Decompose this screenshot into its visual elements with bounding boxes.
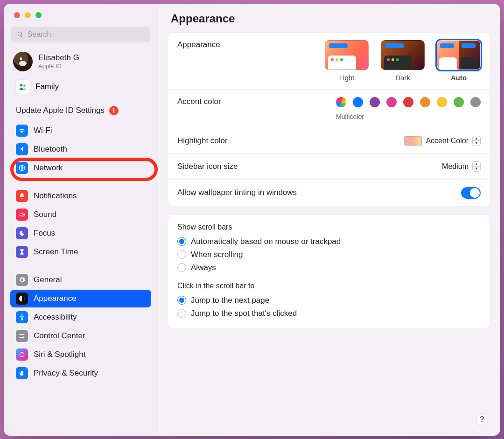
radio-label: When scrolling [191,250,243,259]
sidebar-item-privacy[interactable]: Privacy & Security [10,364,151,382]
family-label: Family [35,82,59,91]
highlight-label: Highlight color [177,136,228,146]
highlight-select[interactable]: Accent Color ▲▼ [404,136,481,146]
svg-rect-5 [20,334,25,335]
zoom-icon[interactable] [35,12,42,18]
update-apple-id-row[interactable]: Update Apple ID Settings 1 [4,99,158,120]
appearance-icon [16,293,28,305]
sidebar-item-controlcenter[interactable]: Control Center [10,327,151,345]
sliders-icon [16,330,28,342]
svg-point-1 [23,84,25,86]
search-icon [17,31,24,38]
radio-icon [177,309,186,318]
minimize-icon[interactable] [25,12,31,18]
radio-label: Automatically based on mouse or trackpad [191,237,341,246]
sidebar-item-focus[interactable]: Focus [10,224,151,242]
avatar [13,52,33,71]
sidebar-icon-size-select[interactable]: Medium ▲▼ [442,161,481,172]
accent-green[interactable] [454,97,464,107]
accent-yellow[interactable] [437,97,447,107]
moon-icon [16,227,28,239]
highlight-value: Accent Color [426,137,469,145]
scrollbars-label: Show scroll bars [177,223,481,231]
sidebar-item-label: Sound [34,210,56,219]
accent-blue[interactable] [353,97,363,107]
svg-point-7 [20,334,21,335]
appearance-thumb-dark [381,40,425,70]
scrollclick-option-nextpage[interactable]: Jump to the next page [177,294,481,307]
scrollclick-option-spot[interactable]: Jump to the spot that's clicked [177,307,481,320]
radio-icon [177,250,186,259]
sidebar-item-general[interactable]: General [10,271,151,289]
appearance-thumb-light [325,40,369,70]
appearance-label: Appearance [177,40,220,49]
hourglass-icon [16,246,28,258]
sidebar-group-1: Wi-Fi Bluetooth Network [4,120,158,179]
gear-icon [16,274,28,286]
sidebar-icon-size-value: Medium [442,162,469,171]
sidebar-item-network[interactable]: Network [10,159,151,177]
appearance-option-auto[interactable]: Auto [437,40,481,82]
sidebar-item-label: Siri & Spotlight [34,350,86,359]
sidebar-item-label: Focus [34,229,55,238]
sidebar-item-label: General [34,275,62,285]
appearance-options: Light Dark Auto [325,40,481,82]
family-row[interactable]: Family [4,77,158,99]
update-badge: 1 [109,106,119,115]
appearance-auto-label: Auto [451,74,467,82]
scrollbars-option-auto[interactable]: Automatically based on mouse or trackpad [177,235,481,248]
close-icon[interactable] [14,12,20,18]
wifi-icon [16,125,28,137]
appearance-option-light[interactable]: Light [325,40,369,82]
accent-red[interactable] [403,97,413,107]
family-icon [16,80,30,94]
speaker-icon [16,209,28,221]
sidebar-item-notifications[interactable]: Notifications [10,187,151,205]
highlight-swatch [404,136,422,146]
sidebar-item-label: Accessibility [34,313,77,322]
sidebar-item-label: Bluetooth [34,145,67,154]
accent-multicolor[interactable] [336,97,346,107]
accent-orange[interactable] [420,97,430,107]
sidebar: Elisabeth G Apple ID Family Update Apple… [4,4,158,436]
sidebar-item-siri[interactable]: Siri & Spotlight [10,346,151,363]
sidebar-item-appearance[interactable]: Appearance [10,290,151,307]
radio-label: Jump to the spot that's clicked [191,309,297,318]
apple-id-row[interactable]: Elisabeth G Apple ID [4,49,158,77]
radio-label: Jump to the next page [191,296,269,305]
sidebar-item-bluetooth[interactable]: Bluetooth [10,140,151,158]
radio-icon [177,296,186,305]
update-apple-id-label: Update Apple ID Settings [16,106,105,115]
stepper-icon: ▲▼ [472,161,481,172]
svg-point-9 [20,352,24,356]
main-pane: Appearance Appearance Light [158,4,500,436]
appearance-light-label: Light [339,74,355,82]
stepper-icon: ▲▼ [472,136,481,146]
accent-color-row [336,97,481,107]
page-title: Appearance [168,8,490,33]
scrollbars-option-scrolling[interactable]: When scrolling [177,248,481,261]
accent-purple[interactable] [370,97,380,107]
appearance-thumb-auto [437,40,481,70]
appearance-card: Appearance Light Dark [168,33,490,206]
hand-icon [16,367,28,379]
scrollbars-option-always[interactable]: Always [177,261,481,274]
accent-graphite[interactable] [470,97,481,107]
sidebar-item-screentime[interactable]: Screen Time [10,243,151,261]
help-button[interactable]: ? [476,413,488,425]
search-field[interactable] [11,27,150,42]
search-input[interactable] [28,30,145,39]
scroll-card: Show scroll bars Automatically based on … [168,215,490,328]
appearance-option-dark[interactable]: Dark [381,40,425,82]
sidebar-item-sound[interactable]: Sound [10,206,151,223]
sidebar-item-label: Screen Time [34,247,78,257]
tinting-toggle[interactable] [461,187,481,199]
settings-window: Elisabeth G Apple ID Family Update Apple… [4,4,500,436]
accessibility-icon [16,311,28,323]
accent-sublabel: Multicolor [336,113,364,120]
sidebar-item-accessibility[interactable]: Accessibility [10,308,151,326]
appearance-dark-label: Dark [395,74,410,82]
scrollclick-label: Click in the scroll bar to [177,282,481,290]
accent-pink[interactable] [386,97,397,107]
sidebar-item-wifi[interactable]: Wi-Fi [10,122,151,139]
